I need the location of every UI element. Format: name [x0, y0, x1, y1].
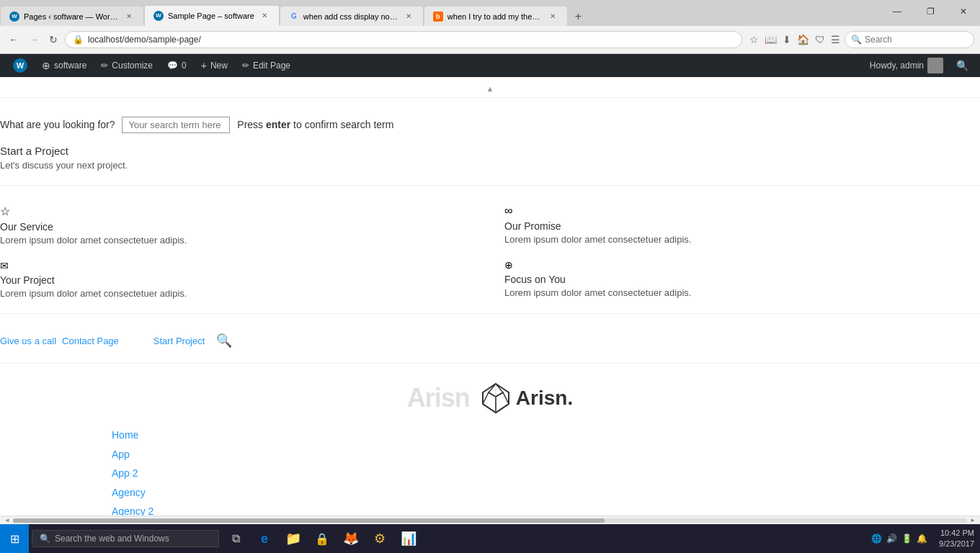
promises-column: ∞ Our Promise Lorem ipsum dolor amet con…: [490, 204, 980, 299]
store-icon[interactable]: 🔒: [308, 524, 336, 553]
service-2-desc: Lorem ipsum dolor amet consectetuer adip…: [0, 288, 476, 299]
cta-start-project[interactable]: Start Project: [153, 336, 205, 346]
browser-search-bar[interactable]: 🔍: [845, 31, 974, 48]
window-controls: — ❐ ✕: [881, 0, 980, 23]
clock-time: 10:42 PM: [939, 528, 974, 539]
app6-icon[interactable]: ⚙: [366, 524, 393, 553]
tab-4-title: when I try to add my theme…: [447, 12, 543, 21]
contact-page-link[interactable]: Contact Page: [62, 336, 119, 346]
taskbar: ⊞ 🔍 Search the web and Windows ⧉ e 📁 🔒 🦊…: [0, 524, 980, 553]
tab-favicon-4: b: [433, 12, 443, 22]
footer-logo-icon: [481, 382, 510, 414]
search-hint-suffix: to confirm search term: [290, 119, 393, 130]
browser-chrome: W Pages ‹ software — WordPr… ✕ W Sample …: [0, 0, 980, 54]
tab-2-title: Sample Page – software: [168, 12, 254, 20]
scroll-left-arrow[interactable]: ◄: [3, 517, 12, 523]
reading-list-icon[interactable]: 📖: [765, 34, 777, 45]
tab-favicon-2: W: [153, 11, 164, 21]
lock-icon: 🔒: [73, 35, 84, 45]
footer-logo-text: Arisn.: [516, 387, 573, 410]
nav-link-app[interactable]: App: [112, 445, 980, 464]
shield-icon[interactable]: 🛡: [815, 34, 825, 45]
notification-icon[interactable]: 🔔: [917, 534, 927, 544]
search-input[interactable]: [122, 117, 230, 133]
wp-new-label: New: [210, 60, 228, 71]
tab-4[interactable]: b when I try to add my theme… ✕: [424, 6, 568, 26]
wp-comments-menu[interactable]: 💬 0: [160, 54, 194, 77]
tab-favicon-1: W: [9, 12, 19, 22]
wp-customize-menu[interactable]: ✏ Customize: [94, 54, 160, 77]
nav-link-app2[interactable]: App 2: [112, 464, 980, 483]
tab-4-close[interactable]: ✕: [547, 11, 558, 22]
taskbar-clock[interactable]: 10:42 PM 9/23/2017: [933, 528, 980, 550]
scroll-up-indicator: ▲: [0, 83, 980, 98]
app7-icon[interactable]: 📊: [395, 524, 422, 553]
edge-icon[interactable]: e: [251, 524, 278, 553]
wp-edit-icon: ✏: [242, 60, 249, 71]
promise-1-icon: ∞: [504, 204, 980, 217]
taskbar-sys-tray: 🌐 🔊 🔋 🔔: [865, 534, 933, 544]
svg-marker-2: [496, 392, 509, 413]
give-us-call-link[interactable]: Give us a call: [0, 336, 56, 346]
tab-2-close[interactable]: ✕: [259, 10, 270, 21]
wp-software-icon: ⊕: [42, 60, 50, 71]
project-section: Start a Project Let's discuss your next …: [0, 145, 980, 186]
search-icon-cta[interactable]: 🔍: [216, 333, 232, 349]
home-icon[interactable]: 🏠: [797, 34, 809, 45]
tab-2[interactable]: W Sample Page – software ✕: [144, 5, 280, 26]
promise-2-desc: Lorem ipsum dolor amet consectetuer adip…: [504, 287, 980, 298]
taskview-button[interactable]: ⧉: [222, 524, 249, 553]
service-1-desc: Lorem ipsum dolor amet consectetuer adip…: [0, 235, 476, 246]
wp-software-menu[interactable]: ⊕ software: [35, 54, 94, 77]
taskbar-app-icons: ⧉ e 📁 🔒 🦊 ⚙ 📊: [222, 524, 422, 553]
address-bar-row: ← → ↻ 🔒 localhost/demo/sample-page/ ☆ 📖 …: [0, 26, 980, 53]
maximize-button[interactable]: ❐: [914, 0, 947, 23]
browser-search-input[interactable]: [865, 35, 937, 45]
services-column: ☆ Our Service Lorem ipsum dolor amet con…: [0, 204, 490, 299]
wp-new-menu[interactable]: + New: [194, 54, 235, 77]
wp-howdy[interactable]: Howdy, admin: [863, 58, 950, 73]
network-icon: 🌐: [871, 534, 882, 544]
menu-icon[interactable]: ☰: [831, 34, 840, 45]
minimize-button[interactable]: —: [881, 0, 914, 23]
promise-2-title: Focus on You: [504, 274, 980, 285]
wp-admin-search-button[interactable]: 🔍: [950, 60, 974, 71]
footer-logo-area: Arisn Arisn.: [0, 382, 980, 414]
tab-3-close[interactable]: ✕: [403, 11, 414, 22]
new-tab-button[interactable]: +: [568, 7, 589, 26]
forward-button[interactable]: →: [26, 31, 42, 48]
nav-link-home[interactable]: Home: [112, 426, 980, 445]
promise-1-desc: Lorem ipsum dolor amet consectetuer adip…: [504, 234, 980, 245]
windows-logo-icon: ⊞: [10, 532, 19, 546]
volume-icon: 🔊: [886, 534, 897, 544]
page-content: ▲ What are you looking for? Press enter …: [0, 77, 980, 553]
tab-3[interactable]: G when add css display not w… ✕: [280, 6, 424, 26]
scroll-right-arrow[interactable]: ►: [968, 517, 977, 523]
tab-1-title: Pages ‹ software — WordPr…: [24, 12, 119, 21]
download-icon[interactable]: ⬇: [783, 34, 791, 45]
scrollbar-track: [13, 518, 967, 523]
wp-logo-button[interactable]: W: [6, 54, 35, 77]
search-hint-key: enter: [266, 119, 290, 130]
close-button[interactable]: ✕: [947, 0, 980, 23]
start-button[interactable]: ⊞: [0, 524, 29, 553]
tab-3-title: when add css display not w…: [303, 12, 398, 21]
project-desc: Let's discuss your next project.: [0, 160, 980, 171]
bookmark-star-icon[interactable]: ☆: [749, 34, 759, 45]
nav-link-agency[interactable]: Agency: [112, 483, 980, 503]
scrollbar-thumb[interactable]: [13, 518, 605, 523]
taskbar-search-text: Search the web and Windows: [55, 534, 169, 544]
tab-1[interactable]: W Pages ‹ software — WordPr… ✕: [0, 6, 144, 26]
project-title: Start a Project: [0, 145, 980, 157]
taskbar-search-bar[interactable]: 🔍 Search the web and Windows: [32, 530, 219, 547]
back-button[interactable]: ←: [6, 31, 22, 48]
explorer-icon[interactable]: 📁: [280, 524, 307, 553]
reload-button[interactable]: ↻: [46, 31, 61, 48]
tab-favicon-3: G: [289, 12, 299, 22]
wp-new-icon: +: [201, 60, 207, 71]
svg-marker-3: [483, 392, 496, 413]
firefox-icon[interactable]: 🦊: [337, 524, 365, 553]
wp-edit-page-menu[interactable]: ✏ Edit Page: [235, 54, 298, 77]
address-bar[interactable]: 🔒 localhost/demo/sample-page/: [65, 31, 742, 48]
tab-1-close[interactable]: ✕: [123, 11, 135, 22]
